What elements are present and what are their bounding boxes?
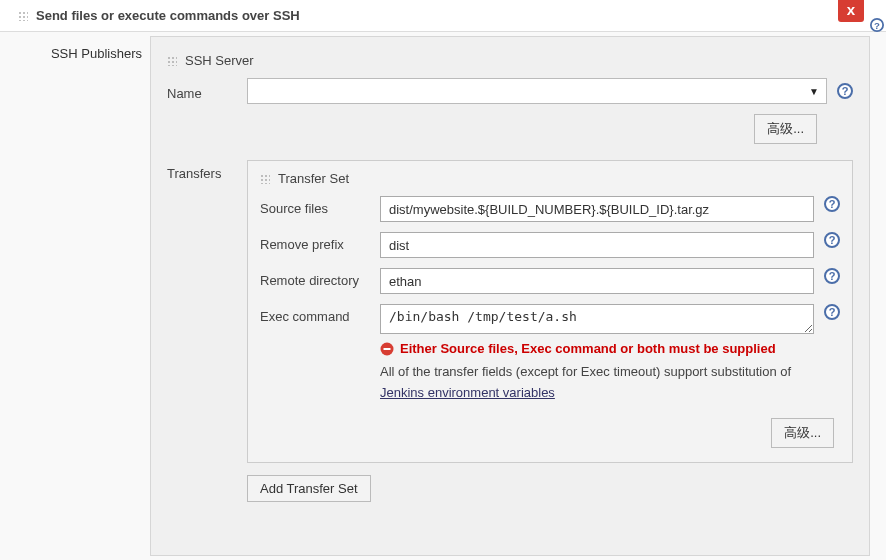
source-files-input[interactable] (380, 196, 814, 222)
drag-grip-icon (167, 56, 177, 66)
ssh-publishers-label: SSH Publishers (51, 46, 142, 61)
jenkins-env-vars-link[interactable]: Jenkins environment variables (380, 385, 555, 400)
transfer-set-header: Transfer Set (278, 171, 349, 186)
exec-command-label: Exec command (260, 304, 380, 324)
remote-directory-input[interactable] (380, 268, 814, 294)
drag-grip-icon (260, 174, 270, 184)
ssh-server-name-select[interactable] (247, 78, 827, 104)
transfer-set-panel: Transfer Set Source files ? (247, 160, 853, 463)
remove-prefix-input[interactable] (380, 232, 814, 258)
source-files-label: Source files (260, 196, 380, 216)
ssh-publisher-panel: SSH Server Name ▼ ? 高级... Transfers (150, 36, 870, 556)
help-icon[interactable]: ? (824, 304, 840, 320)
add-transfer-set-button[interactable]: Add Transfer Set (247, 475, 371, 502)
close-button[interactable]: x (838, 0, 864, 22)
svg-text:?: ? (874, 20, 880, 31)
help-icon[interactable]: ? (824, 196, 840, 212)
error-message: Either Source files, Exec command or bot… (400, 341, 776, 356)
remote-directory-label: Remote directory (260, 268, 380, 288)
svg-rect-11 (384, 348, 391, 350)
transfers-label: Transfers (167, 160, 247, 502)
error-icon (380, 342, 394, 356)
remove-prefix-label: Remove prefix (260, 232, 380, 252)
svg-text:?: ? (829, 306, 836, 318)
name-label: Name (167, 82, 247, 101)
help-icon[interactable]: ? (837, 83, 853, 99)
advanced-server-button[interactable]: 高级... (754, 114, 817, 144)
help-icon[interactable]: ? (824, 268, 840, 284)
svg-text:?: ? (829, 198, 836, 210)
ssh-server-header: SSH Server (185, 53, 254, 68)
exec-command-input[interactable] (380, 304, 814, 334)
advanced-transfer-button[interactable]: 高级... (771, 418, 834, 448)
svg-text:?: ? (829, 270, 836, 282)
svg-text:?: ? (829, 234, 836, 246)
help-icon[interactable]: ? (824, 232, 840, 248)
help-icon[interactable]: ? (870, 18, 884, 32)
svg-text:?: ? (842, 85, 849, 97)
section-title: Send files or execute commands over SSH (36, 8, 300, 23)
transfer-hint: All of the transfer fields (except for E… (380, 362, 814, 404)
drag-grip-icon (18, 11, 28, 21)
